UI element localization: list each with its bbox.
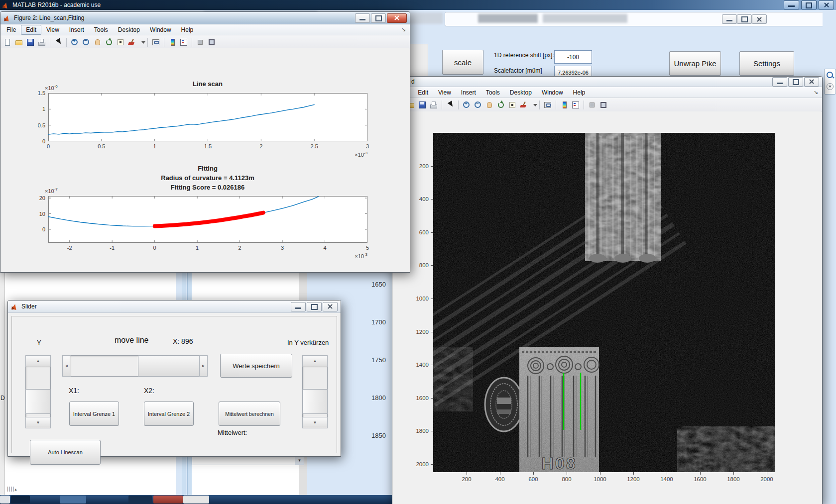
pan-icon[interactable]: [485, 101, 494, 109]
dock-arrow-icon[interactable]: ↘: [401, 26, 406, 33]
save-icon[interactable]: [418, 101, 427, 109]
slider-down-button[interactable]: ▼: [302, 417, 328, 428]
brush-icon[interactable]: [519, 101, 528, 109]
slider-window[interactable]: Slider Y move line X: 896 In Y verkürzen…: [7, 300, 341, 457]
window-titlebar[interactable]: d: [392, 77, 822, 87]
restore-button[interactable]: [371, 13, 386, 23]
hide-plot-tools-icon[interactable]: [196, 38, 205, 47]
save-icon[interactable]: [26, 38, 35, 47]
menu-help[interactable]: Help: [176, 25, 199, 35]
menu-edit[interactable]: Edit: [21, 25, 41, 35]
minimize-button[interactable]: [784, 0, 799, 9]
zoom-in-icon[interactable]: [70, 38, 79, 47]
dropdown-caret-icon[interactable]: [531, 101, 536, 109]
figure2-window[interactable]: Figure 2: Line_scan,Fitting FileEditView…: [0, 11, 410, 273]
dropdown-arrow-icon[interactable]: ▾: [295, 456, 304, 465]
rotate-icon[interactable]: [496, 101, 505, 109]
new-doc-icon[interactable]: [3, 38, 12, 47]
pan-icon[interactable]: [93, 38, 102, 47]
menu-tools[interactable]: Tools: [481, 88, 505, 98]
restore-button[interactable]: [801, 0, 817, 9]
hide-plot-tools-icon[interactable]: [588, 101, 597, 109]
pointer-icon[interactable]: [446, 101, 455, 109]
close-button[interactable]: [323, 302, 338, 311]
restore-button[interactable]: [788, 77, 803, 87]
taskbar-item[interactable]: [153, 496, 183, 504]
zoom-in-icon[interactable]: [462, 101, 471, 109]
auto-linescan-button[interactable]: Auto Linescan: [30, 440, 101, 465]
open-folder-icon[interactable]: [14, 38, 23, 47]
menu-window[interactable]: Window: [145, 25, 176, 35]
windows-taskbar[interactable]: [0, 495, 393, 504]
slider-thumb[interactable]: [302, 389, 328, 414]
slider-down-button[interactable]: ▼: [25, 417, 51, 428]
slider-up-button[interactable]: ▲: [25, 355, 51, 367]
close-button[interactable]: [804, 77, 819, 87]
show-plot-tools-icon[interactable]: [599, 101, 608, 109]
figure-window-right[interactable]: d FileEditViewInsertToolsDesktopWindowHe…: [392, 76, 823, 504]
scale-button[interactable]: scale: [442, 50, 483, 75]
menu-file[interactable]: File: [1, 25, 21, 35]
data-cursor-icon[interactable]: [508, 101, 517, 109]
menu-window[interactable]: Window: [537, 88, 568, 98]
link-plot-icon[interactable]: [543, 101, 552, 109]
interval-grenze-2-button[interactable]: Interval Grenze 2: [144, 402, 194, 426]
minimize-button[interactable]: [291, 302, 306, 311]
brush-icon[interactable]: [127, 38, 136, 47]
minimize-button[interactable]: [772, 77, 787, 87]
menu-desktop[interactable]: Desktop: [113, 25, 145, 35]
menu-view[interactable]: View: [433, 88, 456, 98]
pointer-icon[interactable]: [54, 38, 63, 47]
rotate-icon[interactable]: [105, 38, 114, 47]
werte-speichern-button[interactable]: Werte speichern: [220, 354, 292, 378]
window-titlebar[interactable]: Figure 2: Line_scan,Fitting: [0, 12, 410, 24]
taskbar-item[interactable]: [128, 496, 152, 504]
matlab-main-titlebar[interactable]: MATLAB R2016b - academic use: [0, 0, 836, 10]
restore-button[interactable]: [307, 302, 322, 311]
menu-view[interactable]: View: [41, 25, 64, 35]
y-slider-right[interactable]: ▲ ▼: [302, 355, 328, 428]
wrapped-phase-image[interactable]: H08: [433, 133, 775, 472]
insert-colorbar-icon[interactable]: [168, 38, 177, 47]
interval-grenze-1-button[interactable]: Interval Grenze 1: [69, 402, 119, 426]
menu-insert[interactable]: Insert: [456, 88, 481, 98]
search-icon[interactable]: [827, 72, 833, 78]
unwrap-pike-button[interactable]: Unwrap Pike: [669, 51, 721, 76]
slider-up-button[interactable]: ▲: [302, 355, 328, 367]
insert-legend-icon[interactable]: [179, 38, 188, 47]
background-combobox[interactable]: ▾: [192, 455, 304, 465]
link-plot-icon[interactable]: [151, 38, 160, 47]
minimize-button[interactable]: [355, 13, 370, 23]
menu-help[interactable]: Help: [568, 88, 591, 98]
slider-thumb[interactable]: [25, 389, 51, 414]
insert-legend-icon[interactable]: [571, 101, 580, 109]
taskbar-item[interactable]: [60, 496, 86, 504]
menu-tools[interactable]: Tools: [89, 25, 113, 35]
y-slider-left[interactable]: ▲ ▼: [25, 355, 51, 428]
mittelwert-berechnen-button[interactable]: Mittelwert berechnen: [219, 402, 280, 426]
insert-colorbar-icon[interactable]: [560, 101, 569, 109]
search-box[interactable]: [824, 69, 836, 95]
window-titlebar[interactable]: Slider: [8, 301, 341, 313]
slider-thumb[interactable]: [138, 355, 203, 377]
menu-insert[interactable]: Insert: [64, 25, 89, 35]
data-cursor-icon[interactable]: [116, 38, 125, 47]
dropdown-caret-icon[interactable]: [139, 38, 144, 47]
expand-icon[interactable]: [827, 83, 834, 90]
resize-grip[interactable]: ||||▴: [7, 486, 17, 492]
settings-button[interactable]: Settings: [739, 51, 794, 76]
menu-desktop[interactable]: Desktop: [505, 88, 537, 98]
close-button[interactable]: [819, 0, 834, 9]
menu-edit[interactable]: Edit: [413, 88, 433, 98]
show-plot-tools-icon[interactable]: [207, 38, 216, 47]
slider-right-button[interactable]: ►: [199, 355, 208, 377]
close-button[interactable]: [387, 13, 407, 23]
move-line-slider[interactable]: ◄ ►: [62, 355, 208, 377]
print-icon[interactable]: [37, 38, 46, 47]
taskbar-item[interactable]: [11, 496, 30, 504]
dock-arrow-icon[interactable]: ↘: [814, 89, 818, 96]
zoom-out-icon[interactable]: [474, 101, 482, 109]
zoom-out-icon[interactable]: [82, 38, 91, 47]
print-icon[interactable]: [429, 101, 438, 109]
taskbar-item[interactable]: [183, 496, 209, 504]
